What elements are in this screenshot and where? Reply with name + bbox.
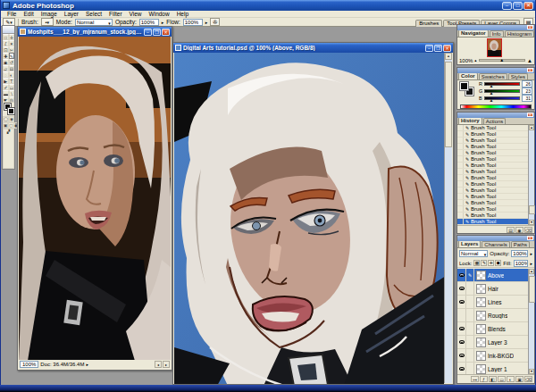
navigator-palette-titlebar[interactable]: ✕ bbox=[457, 25, 534, 30]
quick-mask-button[interactable]: ◉ bbox=[9, 116, 14, 122]
type-tool-icon[interactable]: T bbox=[9, 78, 15, 84]
visibility-toggle[interactable] bbox=[457, 269, 466, 281]
zoom-out-icon[interactable]: ▴ bbox=[474, 58, 476, 63]
new-snapshot-button[interactable]: ◉ bbox=[515, 227, 523, 233]
new-document-from-state-button[interactable]: ▤ bbox=[507, 227, 515, 233]
history-source-well[interactable] bbox=[457, 175, 464, 180]
layer-thumbnail[interactable] bbox=[476, 364, 486, 374]
history-state-row[interactable]: ✎Brush Tool bbox=[457, 163, 528, 169]
navigator-tab-histogram[interactable]: Histogram bbox=[505, 30, 534, 37]
slice-tool-icon[interactable]: ✂ bbox=[9, 46, 15, 53]
lock-toggle-1[interactable]: ✎ bbox=[481, 260, 487, 266]
close-icon[interactable]: ✕ bbox=[527, 25, 533, 29]
history-state-row[interactable]: ✎Brush Tool bbox=[457, 150, 528, 156]
menu-filter[interactable]: Filter bbox=[105, 11, 125, 18]
doc1-zoom-field[interactable]: 100% bbox=[20, 361, 38, 368]
doc2-close-button[interactable]: ✕ bbox=[443, 45, 451, 52]
layers-scrollbar[interactable]: ▲ ▼ bbox=[528, 269, 534, 374]
dodge-tool-icon[interactable]: ◐ bbox=[9, 71, 15, 78]
link-layers-button[interactable]: ⊶ bbox=[471, 376, 479, 382]
layer-thumbnail[interactable] bbox=[476, 284, 486, 294]
reference-photo-canvas[interactable] bbox=[19, 37, 171, 360]
menu-window[interactable]: Window bbox=[146, 11, 173, 18]
adjustment-layer-button[interactable]: ◐ bbox=[507, 376, 515, 382]
layer-row-ink-bkgd[interactable]: Ink-BKGD bbox=[457, 349, 528, 363]
channel-value-input[interactable]: 23 bbox=[522, 88, 532, 95]
history-state-row[interactable]: ✎Brush Tool bbox=[457, 181, 528, 188]
close-icon[interactable]: ✕ bbox=[527, 68, 533, 72]
channel-slider[interactable]: ▲ bbox=[484, 89, 520, 93]
color-spectrum-ramp[interactable] bbox=[460, 104, 532, 109]
lock-toggle-2[interactable]: ✛ bbox=[488, 260, 494, 266]
magic-wand-tool-icon[interactable]: ✶ bbox=[9, 40, 15, 46]
layer-row-blends[interactable]: Blends bbox=[457, 322, 528, 336]
opacity-slider-arrow[interactable]: ▸ bbox=[162, 19, 164, 26]
history-source-well[interactable] bbox=[457, 163, 464, 168]
opacity-slider-arrow[interactable]: ▸ bbox=[530, 250, 532, 257]
history-state-row[interactable]: ✎Brush Tool bbox=[457, 175, 528, 181]
visibility-toggle[interactable] bbox=[457, 336, 466, 348]
layers-tab-layers[interactable]: Layers bbox=[458, 240, 481, 247]
history-scrollbar[interactable]: ▲ ▼ bbox=[528, 125, 534, 225]
history-source-well[interactable] bbox=[457, 194, 464, 199]
new-layer-button[interactable]: ▣ bbox=[515, 376, 523, 382]
flow-input[interactable]: 100% bbox=[183, 19, 203, 26]
history-state-row[interactable]: ✎Brush Tool bbox=[457, 219, 528, 225]
menu-layer[interactable]: Layer bbox=[61, 11, 82, 18]
channel-value-input[interactable]: 31 bbox=[522, 95, 532, 102]
layers-tab-paths[interactable]: Paths bbox=[511, 241, 530, 247]
close-icon[interactable]: ✕ bbox=[527, 113, 533, 117]
visibility-toggle[interactable] bbox=[457, 363, 466, 374]
layer-row-layer-3[interactable]: Layer 3 bbox=[457, 336, 528, 349]
visibility-toggle[interactable] bbox=[457, 349, 466, 362]
history-source-well[interactable] bbox=[457, 219, 464, 224]
layers-palette-titlebar[interactable]: ✕ bbox=[457, 236, 534, 241]
scrollbar-thumb[interactable] bbox=[529, 205, 535, 214]
blend-mode-select[interactable]: Normal▾ bbox=[459, 250, 488, 257]
history-state-row[interactable]: ✎Brush Tool bbox=[457, 188, 528, 194]
visibility-toggle[interactable] bbox=[457, 282, 466, 295]
history-state-row[interactable]: ✎Brush Tool bbox=[457, 144, 528, 150]
color-tab-styles[interactable]: Styles bbox=[508, 73, 528, 79]
doc1-restore-button[interactable]: ❐ bbox=[153, 29, 161, 36]
layer-opacity-input[interactable]: 100% bbox=[511, 250, 528, 257]
close-icon[interactable]: ✕ bbox=[527, 236, 533, 240]
scroll-up-button[interactable]: ▲ bbox=[529, 125, 534, 130]
history-brush-tool-icon[interactable]: ↺ bbox=[9, 59, 15, 65]
layer-row-lines[interactable]: Lines bbox=[457, 296, 528, 309]
history-source-well[interactable] bbox=[457, 213, 464, 218]
scrollbar-thumb[interactable] bbox=[445, 62, 452, 147]
mode-select[interactable]: Normal▾ bbox=[75, 19, 113, 26]
doc1-minimize-button[interactable]: – bbox=[144, 29, 152, 36]
painting-canvas[interactable] bbox=[174, 53, 444, 384]
visibility-toggle[interactable] bbox=[457, 309, 466, 321]
history-source-well[interactable] bbox=[457, 188, 464, 193]
history-source-well[interactable] bbox=[457, 125, 464, 130]
gradient-tool-icon[interactable]: ▤ bbox=[9, 65, 15, 71]
history-tab-history[interactable]: History bbox=[458, 117, 482, 124]
lock-toggle-3[interactable]: ◼ bbox=[495, 260, 501, 266]
menu-select[interactable]: Select bbox=[82, 11, 105, 18]
menu-view[interactable]: View bbox=[126, 11, 146, 18]
channel-value-input[interactable]: 26 bbox=[522, 80, 532, 88]
layer-thumbnail[interactable] bbox=[476, 338, 486, 347]
layer-row-roughs[interactable]: Roughs bbox=[457, 309, 528, 322]
doc2-restore-button[interactable]: ❐ bbox=[434, 45, 442, 52]
history-source-well[interactable] bbox=[457, 181, 464, 187]
layer-thumbnail[interactable] bbox=[476, 297, 486, 307]
slider-thumb[interactable]: ▲ bbox=[490, 84, 494, 88]
visibility-toggle[interactable] bbox=[457, 296, 466, 308]
layer-thumbnail[interactable] bbox=[476, 324, 486, 334]
scroll-right-button[interactable]: ▸ bbox=[163, 361, 170, 368]
scroll-up-button[interactable]: ▲ bbox=[529, 269, 534, 274]
history-source-well[interactable] bbox=[457, 144, 464, 149]
navigator-tab-info[interactable]: Info bbox=[490, 30, 504, 37]
navigator-zoom-slider[interactable]: ▲ bbox=[479, 59, 525, 62]
menu-help[interactable]: Help bbox=[173, 11, 192, 18]
shape-tool-icon[interactable]: ▭ bbox=[9, 84, 15, 90]
layer-thumbnail[interactable] bbox=[476, 271, 486, 280]
history-palette-titlebar[interactable]: ✕ bbox=[457, 113, 534, 118]
history-state-row[interactable]: ✎Brush Tool bbox=[457, 213, 528, 219]
history-source-well[interactable] bbox=[457, 138, 464, 143]
airbrush-toggle[interactable]: ✇ bbox=[210, 18, 220, 26]
